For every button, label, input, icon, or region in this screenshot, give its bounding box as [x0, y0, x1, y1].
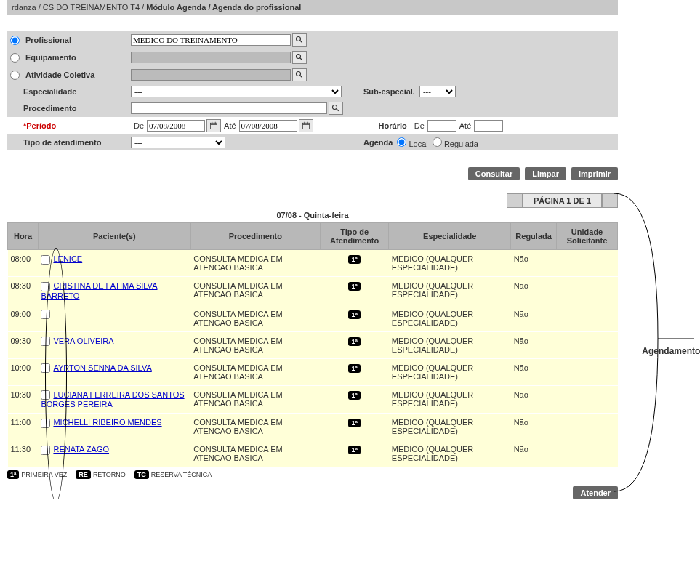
search-procedimento-button[interactable]: [329, 102, 343, 115]
input-horario-ate[interactable]: [474, 120, 503, 132]
breadcrumb-part[interactable]: Módulo Agenda: [146, 3, 206, 12]
paciente-link[interactable]: AYRTON SENNA DA SILVA: [53, 363, 151, 372]
row-checkbox[interactable]: [41, 390, 50, 400]
pager-prev-button[interactable]: [507, 193, 523, 208]
row-checkbox[interactable]: [41, 255, 50, 265]
input-profissional[interactable]: [131, 34, 291, 46]
th-paciente: Paciente(s): [38, 223, 190, 250]
label-subespecial: Sub-especial.: [363, 87, 415, 96]
search-equipamento-button[interactable]: [292, 51, 307, 64]
schedule-table: Hora Paciente(s) Procedimento Tipo de At…: [7, 222, 618, 467]
tipo-badge-icon: 1ª: [348, 282, 360, 291]
cell-tipo: 1ª: [320, 305, 388, 331]
cell-regulada: Não: [511, 277, 557, 305]
search-profissional-button[interactable]: [292, 33, 307, 47]
cell-paciente: MICHELLI RIBEIRO MENDES: [38, 414, 190, 440]
calendar-ate-button[interactable]: [299, 119, 313, 132]
cell-procedimento: CONSULTA MEDICA EM ATENCAO BASICA: [190, 277, 320, 305]
consultar-button[interactable]: Consultar: [468, 167, 520, 180]
legend-retorno: RE RETORNO: [76, 470, 125, 479]
paciente-link[interactable]: MICHELLI RIBEIRO MENDES: [53, 418, 161, 427]
row-equipamento: Equipamento: [7, 49, 618, 66]
svg-line-7: [337, 109, 339, 111]
paciente-link[interactable]: VERA OLIVEIRA: [53, 337, 113, 345]
search-icon: [295, 36, 304, 44]
pager-label: PÁGINA 1 DE 1: [523, 193, 602, 208]
cell-paciente: AYRTON SENNA DA SILVA: [38, 358, 190, 385]
imprimir-button[interactable]: Imprimir: [571, 167, 618, 180]
input-horario-de[interactable]: [427, 120, 456, 132]
row-tipo-atend: Tipo de atendimento --- Agenda Local Reg…: [7, 134, 618, 150]
cell-unidade: [557, 250, 618, 277]
input-equipamento: [131, 52, 291, 63]
paciente-link[interactable]: RENATA ZAGO: [53, 445, 109, 454]
pager: PÁGINA 1 DE 1: [7, 193, 618, 208]
cell-hora: 10:00: [8, 358, 39, 385]
radio-regulada-wrap[interactable]: Regulada: [433, 137, 478, 148]
svg-point-6: [333, 105, 337, 110]
select-especialidade[interactable]: ---: [131, 86, 342, 97]
svg-rect-8: [211, 123, 217, 129]
row-checkbox[interactable]: [41, 446, 50, 455]
atender-button[interactable]: Atender: [573, 486, 618, 499]
paciente-link[interactable]: CRISTINA DE FATIMA SILVA BARRETO: [41, 281, 157, 300]
row-checkbox[interactable]: [41, 310, 50, 319]
radio-regulada[interactable]: [433, 137, 442, 147]
th-procedimento: Procedimento: [190, 223, 320, 250]
breadcrumb-part[interactable]: CS DO TREINAMENTO T4: [43, 3, 140, 12]
pager-next-button[interactable]: [602, 193, 618, 208]
cell-procedimento: CONSULTA MEDICA EM ATENCAO BASICA: [190, 358, 320, 385]
search-icon: [295, 71, 304, 79]
select-subespecial[interactable]: ---: [419, 86, 456, 97]
input-procedimento[interactable]: [131, 102, 327, 114]
search-atividade-button[interactable]: [292, 68, 307, 81]
radio-profissional[interactable]: [10, 36, 20, 45]
th-especialidade: Especialidade: [389, 223, 511, 250]
cell-unidade: [557, 414, 618, 440]
cell-procedimento: CONSULTA MEDICA EM ATENCAO BASICA: [190, 250, 320, 277]
radio-atividade[interactable]: [10, 71, 20, 80]
cell-regulada: Não: [511, 385, 557, 414]
cell-paciente: LUCIANA FERREIRA DOS SANTOS BORGES PEREI…: [38, 385, 190, 414]
row-checkbox[interactable]: [41, 337, 50, 346]
legend-primeira: 1ª PRIMEIRA VEZ: [7, 470, 67, 479]
tipo-badge-icon: 1ª: [348, 337, 360, 346]
tipo-badge-icon: 1ª: [348, 255, 360, 264]
paciente-link[interactable]: LENICE: [53, 254, 82, 263]
cell-hora: 08:30: [8, 277, 39, 305]
cell-hora: 10:30: [8, 385, 39, 414]
breadcrumb-part[interactable]: Agenda do profissional: [212, 3, 301, 12]
radio-equipamento[interactable]: [10, 53, 20, 63]
tipo-badge-icon: 1ª: [348, 419, 360, 427]
th-hora: Hora: [8, 223, 39, 250]
table-row: 09:30VERA OLIVEIRACONSULTA MEDICA EM ATE…: [8, 331, 618, 358]
limpar-button[interactable]: Limpar: [525, 167, 566, 180]
svg-point-4: [297, 72, 301, 76]
radio-local-wrap[interactable]: Local: [397, 137, 427, 148]
calendar-de-button[interactable]: [206, 119, 221, 132]
row-checkbox[interactable]: [41, 419, 50, 428]
select-tipo-atend[interactable]: ---: [131, 137, 225, 148]
row-checkbox[interactable]: [41, 282, 50, 291]
radio-local[interactable]: [397, 137, 406, 147]
tipo-badge-icon: 1ª: [348, 364, 360, 373]
input-atividade: [131, 69, 291, 81]
search-icon: [331, 104, 340, 113]
cell-hora: 09:30: [8, 331, 39, 358]
cell-regulada: Não: [511, 331, 557, 358]
svg-rect-12: [302, 123, 309, 129]
breadcrumb: rdanza / CS DO TREINAMENTO T4 / Módulo A…: [7, 0, 618, 15]
input-periodo-de[interactable]: [147, 120, 205, 132]
row-checkbox[interactable]: [41, 363, 50, 373]
cell-paciente: RENATA ZAGO: [38, 440, 190, 467]
input-periodo-ate[interactable]: [239, 120, 297, 132]
cell-regulada: Não: [511, 414, 557, 440]
search-icon: [295, 53, 304, 62]
paciente-link[interactable]: LUCIANA FERREIRA DOS SANTOS BORGES PEREI…: [41, 390, 184, 409]
svg-line-3: [300, 58, 302, 60]
label-equipamento: Equipamento: [25, 53, 76, 62]
label-de: De: [134, 121, 144, 130]
breadcrumb-part[interactable]: rdanza: [12, 3, 36, 12]
cell-especialidade: MEDICO (QUALQUER ESPECIALIDADE): [389, 331, 511, 358]
cell-tipo: 1ª: [320, 385, 388, 414]
